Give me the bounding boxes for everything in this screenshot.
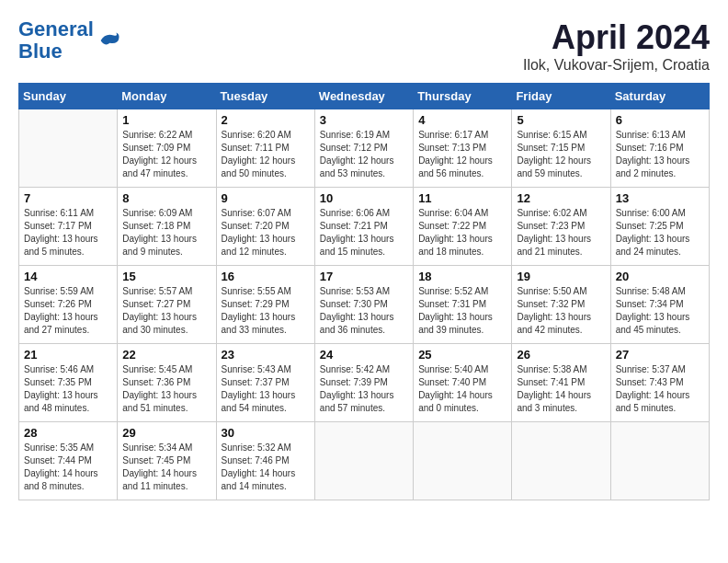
day-number: 12 [517,191,605,205]
day-info: Sunrise: 6:17 AM Sunset: 7:13 PM Dayligh… [418,129,506,180]
day-info: Sunrise: 5:50 AM Sunset: 7:32 PM Dayligh… [517,285,605,337]
calendar-cell: 1Sunrise: 6:22 AM Sunset: 7:09 PM Daylig… [118,109,216,188]
logo-general: General [18,17,94,40]
logo-text: General Blue [18,18,94,63]
calendar-week-row: 1Sunrise: 6:22 AM Sunset: 7:09 PM Daylig… [19,109,710,188]
day-number: 25 [418,348,506,362]
calendar-week-row: 14Sunrise: 5:59 AM Sunset: 7:26 PM Dayli… [19,266,710,344]
calendar-cell: 19Sunrise: 5:50 AM Sunset: 7:32 PM Dayli… [512,266,610,344]
day-number: 6 [616,113,704,127]
calendar-week-row: 7Sunrise: 6:11 AM Sunset: 7:17 PM Daylig… [19,188,710,266]
day-info: Sunrise: 6:02 AM Sunset: 7:23 PM Dayligh… [517,207,605,259]
calendar-week-row: 21Sunrise: 5:46 AM Sunset: 7:35 PM Dayli… [19,344,710,422]
day-info: Sunrise: 5:59 AM Sunset: 7:26 PM Dayligh… [24,285,112,337]
day-number: 9 [222,191,310,205]
day-number: 1 [122,113,210,127]
day-number: 2 [222,113,310,127]
day-number: 24 [320,348,408,362]
calendar-cell: 22Sunrise: 5:45 AM Sunset: 7:36 PM Dayli… [118,344,216,422]
day-number: 30 [222,426,310,440]
calendar-cell: 15Sunrise: 5:57 AM Sunset: 7:27 PM Dayli… [118,266,216,344]
day-number: 13 [616,191,704,205]
day-number: 19 [517,270,605,283]
logo-bird-icon [96,28,121,53]
day-number: 4 [418,113,506,127]
calendar-cell: 18Sunrise: 5:52 AM Sunset: 7:31 PM Dayli… [414,266,512,344]
day-info: Sunrise: 5:38 AM Sunset: 7:41 PM Dayligh… [517,363,605,415]
day-info: Sunrise: 5:43 AM Sunset: 7:37 PM Dayligh… [222,363,310,415]
calendar-cell: 28Sunrise: 5:35 AM Sunset: 7:44 PM Dayli… [19,422,118,500]
weekday-header-saturday: Saturday [610,84,709,109]
day-info: Sunrise: 5:40 AM Sunset: 7:40 PM Dayligh… [418,363,506,415]
calendar-cell: 14Sunrise: 5:59 AM Sunset: 7:26 PM Dayli… [19,266,118,344]
day-info: Sunrise: 6:22 AM Sunset: 7:09 PM Dayligh… [122,129,210,180]
location-subtitle: Ilok, Vukovar-Srijem, Croatia [523,57,710,74]
calendar-cell [314,422,413,500]
calendar-cell: 8Sunrise: 6:09 AM Sunset: 7:18 PM Daylig… [118,188,216,266]
day-info: Sunrise: 5:37 AM Sunset: 7:43 PM Dayligh… [616,363,704,415]
calendar-cell: 20Sunrise: 5:48 AM Sunset: 7:34 PM Dayli… [610,266,709,344]
day-info: Sunrise: 5:34 AM Sunset: 7:45 PM Dayligh… [122,442,210,493]
day-info: Sunrise: 6:13 AM Sunset: 7:16 PM Dayligh… [616,129,704,180]
calendar-cell: 24Sunrise: 5:42 AM Sunset: 7:39 PM Dayli… [314,344,413,422]
day-info: Sunrise: 5:48 AM Sunset: 7:34 PM Dayligh… [616,285,704,337]
calendar-cell: 10Sunrise: 6:06 AM Sunset: 7:21 PM Dayli… [314,188,413,266]
weekday-header-friday: Friday [512,84,610,109]
day-number: 22 [122,348,210,362]
weekday-header-monday: Monday [118,84,216,109]
day-info: Sunrise: 6:19 AM Sunset: 7:12 PM Dayligh… [320,129,408,180]
calendar-cell [414,422,512,500]
calendar-cell: 7Sunrise: 6:11 AM Sunset: 7:17 PM Daylig… [19,188,118,266]
day-info: Sunrise: 6:00 AM Sunset: 7:25 PM Dayligh… [616,207,704,259]
day-number: 5 [517,113,605,127]
title-block: April 2024 Ilok, Vukovar-Srijem, Croatia [523,18,710,74]
day-info: Sunrise: 5:55 AM Sunset: 7:29 PM Dayligh… [222,285,310,337]
calendar-cell: 3Sunrise: 6:19 AM Sunset: 7:12 PM Daylig… [314,109,413,188]
day-info: Sunrise: 5:46 AM Sunset: 7:35 PM Dayligh… [24,363,112,415]
day-number: 11 [418,191,506,205]
day-info: Sunrise: 5:57 AM Sunset: 7:27 PM Dayligh… [122,285,210,337]
calendar-cell: 12Sunrise: 6:02 AM Sunset: 7:23 PM Dayli… [512,188,610,266]
calendar-cell [610,422,709,500]
day-info: Sunrise: 6:07 AM Sunset: 7:20 PM Dayligh… [222,207,310,259]
day-number: 10 [320,191,408,205]
day-number: 16 [222,270,310,283]
day-info: Sunrise: 6:11 AM Sunset: 7:17 PM Dayligh… [24,207,112,259]
day-number: 26 [517,348,605,362]
day-number: 27 [616,348,704,362]
day-info: Sunrise: 6:04 AM Sunset: 7:22 PM Dayligh… [418,207,506,259]
calendar-cell: 23Sunrise: 5:43 AM Sunset: 7:37 PM Dayli… [216,344,314,422]
calendar-cell [512,422,610,500]
day-number: 18 [418,270,506,283]
day-number: 29 [122,426,210,440]
calendar-cell: 29Sunrise: 5:34 AM Sunset: 7:45 PM Dayli… [118,422,216,500]
day-info: Sunrise: 6:15 AM Sunset: 7:15 PM Dayligh… [517,129,605,180]
calendar-cell: 4Sunrise: 6:17 AM Sunset: 7:13 PM Daylig… [414,109,512,188]
day-info: Sunrise: 5:52 AM Sunset: 7:31 PM Dayligh… [418,285,506,337]
weekday-header-wednesday: Wednesday [314,84,413,109]
day-number: 7 [24,191,112,205]
weekday-header-thursday: Thursday [414,84,512,109]
day-info: Sunrise: 5:45 AM Sunset: 7:36 PM Dayligh… [122,363,210,415]
page-header: General Blue April 2024 Ilok, Vukovar-Sr… [18,18,710,74]
logo-blue: Blue [18,40,63,63]
day-number: 21 [24,348,112,362]
calendar-cell: 9Sunrise: 6:07 AM Sunset: 7:20 PM Daylig… [216,188,314,266]
calendar-cell: 2Sunrise: 6:20 AM Sunset: 7:11 PM Daylig… [216,109,314,188]
calendar-header-row: SundayMondayTuesdayWednesdayThursdayFrid… [19,84,710,109]
day-info: Sunrise: 5:53 AM Sunset: 7:30 PM Dayligh… [320,285,408,337]
month-year-title: April 2024 [523,18,710,57]
day-info: Sunrise: 5:32 AM Sunset: 7:46 PM Dayligh… [222,442,310,493]
day-number: 23 [222,348,310,362]
calendar-week-row: 28Sunrise: 5:35 AM Sunset: 7:44 PM Dayli… [19,422,710,500]
calendar-cell: 5Sunrise: 6:15 AM Sunset: 7:15 PM Daylig… [512,109,610,188]
day-number: 3 [320,113,408,127]
weekday-header-sunday: Sunday [19,84,118,109]
day-number: 17 [320,270,408,283]
day-info: Sunrise: 5:42 AM Sunset: 7:39 PM Dayligh… [320,363,408,415]
calendar-cell: 16Sunrise: 5:55 AM Sunset: 7:29 PM Dayli… [216,266,314,344]
calendar-cell: 30Sunrise: 5:32 AM Sunset: 7:46 PM Dayli… [216,422,314,500]
calendar-table: SundayMondayTuesdayWednesdayThursdayFrid… [18,83,710,500]
calendar-cell: 21Sunrise: 5:46 AM Sunset: 7:35 PM Dayli… [19,344,118,422]
day-number: 28 [24,426,112,440]
